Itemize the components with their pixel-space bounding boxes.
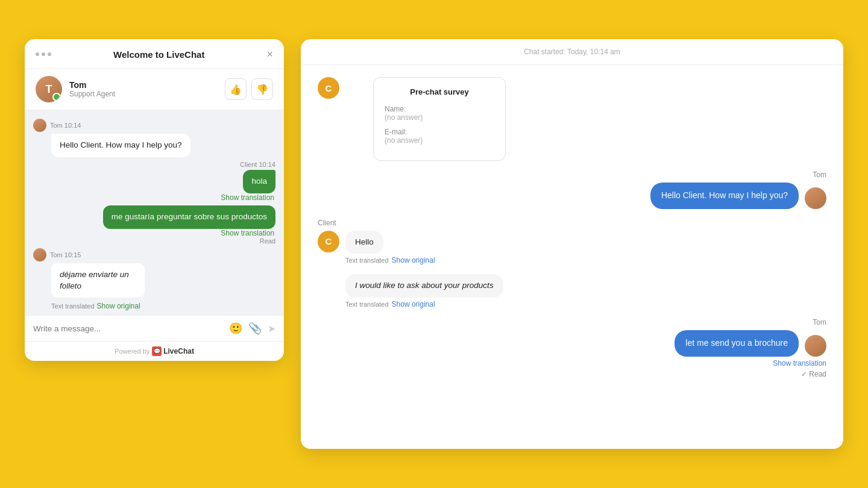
show-translation-link-2[interactable]: Show translation [221,229,275,237]
livechat-icon: 💬 [152,346,162,356]
pre-chat-title: Pre-chat survey [385,87,494,96]
thumbs-up-icon: 👍 [230,84,242,95]
panel-msg-row-right: Hello Client. How may I help you? [650,183,826,209]
attachment-icon[interactable]: 📎 [248,322,262,335]
client-avatar-letter: C [326,83,332,93]
widget-title: Welcome to LiveChat [113,49,204,60]
message-bubble-client: hola [243,170,275,193]
text-translated-label: Text translated [51,302,95,310]
show-original-panel-1[interactable]: Show original [392,256,435,264]
pre-chat-email-label: E-mail: [385,128,494,136]
pre-chat-email-field: E-mail: (no answer) [385,128,494,145]
panel-bubble-client-products: I would like to ask about your products [345,274,503,298]
avatar: T [36,76,62,102]
rating-buttons: 👍 👎 [225,78,273,100]
message-bubble-translated: déjame enviarte un folleto [51,263,145,298]
agent-name: Tom [69,80,218,90]
client-avatar-2: C [318,231,339,252]
sender-label: Client 10:14 [240,161,275,168]
sender-time: Tom 10:14 [33,119,275,132]
panel-bubble-client-hello: Hello [345,231,383,254]
dot-2 [42,52,45,56]
sender-time-2: Tom 10:15 [33,248,275,261]
panel-msg-client-1: Client C Hello Text translated Show orig… [318,219,826,265]
dot-1 [36,52,39,56]
sender-time-client: Client 10:14 [33,161,275,168]
pre-chat-card: Pre-chat survey Name: (no answer) E-mail… [373,77,506,161]
agent-avatar-panel-2 [805,335,826,357]
text-translated-label-2: Text translated [345,301,389,308]
avatar-face: T [36,76,62,102]
panel-header: Chat started: Today, 10:14 am [301,39,843,65]
panel-sender-tom: Tom [813,170,826,179]
thumbs-down-button[interactable]: 👎 [251,78,273,100]
agent-role: Support Agent [69,90,218,98]
message-bubble: Hello Client. How may I help you? [51,134,190,157]
agent-avatar-panel [805,187,826,209]
agent-avatar-small [33,119,46,132]
panel-messages: C Pre-chat survey Name: (no answer) E-ma… [301,65,843,449]
show-translation-panel[interactable]: Show translation [773,359,826,368]
client-hello-text: Hello [355,237,374,246]
panel-text-translated-2: Text translated Show original [345,300,435,308]
input-icons: 🙂 📎 ➤ [229,322,275,335]
message-row-large: me gustaría preguntar sobre sus producto… [33,205,275,245]
panel-sender-tom-2: Tom [813,318,826,327]
client-avatar: C [318,77,339,99]
close-icon[interactable]: × [266,49,273,60]
panel-bubble-tom: Hello Client. How may I help you? [650,183,799,209]
agent-info: Tom Support Agent [69,80,218,98]
pre-chat-name-value: (no answer) [385,113,494,122]
brand-name: LiveChat [163,347,194,355]
panel-bubble-tom-brochure: let me send you a brochure [675,330,799,357]
chat-panel: Chat started: Today, 10:14 am C Pre-chat… [301,39,843,449]
message-row: Client 10:14 hola Show translation [33,161,275,202]
panel-msg-tom-2: Tom let me send you a brochure Show tran… [318,318,826,378]
emoji-icon[interactable]: 🙂 [229,322,242,335]
message-row: Tom 10:14 Hello Client. How may I help y… [33,119,275,157]
panel-msg-row-right-2: let me send you a brochure [675,330,826,357]
show-translation-link[interactable]: Show translation [221,193,275,202]
panel-msg-row-left-1: C Hello [318,231,383,254]
main-container: Welcome to LiveChat × T Tom Support Agen… [13,27,855,461]
thumbs-up-button[interactable]: 👍 [225,78,247,100]
message-text: me gustaría preguntar sobre sus producto… [112,212,267,221]
panel-text-translated-1: Text translated Show original [345,256,435,264]
send-icon[interactable]: ➤ [268,323,275,334]
sender-label: Tom 10:14 [50,122,81,129]
message-row-translated: Tom 10:15 déjame enviarte un folleto Tex… [33,248,275,311]
livechat-logo: 💬 LiveChat [152,346,194,356]
pre-chat-name-label: Name: [385,105,494,113]
message-text-translated: déjame enviarte un folleto [60,270,129,290]
chat-widget: Welcome to LiveChat × T Tom Support Agen… [25,39,284,361]
panel-msg-row-left-2: I would like to ask about your products [318,274,503,298]
agent-msg-wrapper-2: déjame enviarte un folleto Text translat… [33,263,275,311]
agent-bar: T Tom Support Agent 👍 👎 [25,69,284,110]
show-original-link[interactable]: Show original [97,302,140,310]
show-original-panel-2[interactable]: Show original [392,300,435,308]
client-avatar-letter-2: C [326,236,332,246]
panel-msg-client-2: I would like to ask about your products … [318,274,826,308]
widget-header: Welcome to LiveChat × [25,39,284,69]
widget-footer: Powered by 💬 LiveChat [25,341,284,361]
agent-avatar-small-2 [33,248,46,261]
client-products-text: I would like to ask about your products [355,281,494,290]
sender-label-2: Tom 10:15 [50,251,81,258]
pre-chat-email-value: (no answer) [385,136,494,145]
panel-sender-client: Client [318,219,336,227]
header-dots [36,52,51,56]
dot-3 [48,52,51,56]
chat-messages: Tom 10:14 Hello Client. How may I help y… [25,110,284,315]
chat-started-text: Chat started: Today, 10:14 am [524,48,620,56]
chat-input-bar: 🙂 📎 ➤ [25,315,284,341]
client-msg-wrapper: hola Show translation [33,170,275,202]
message-input[interactable] [33,324,223,333]
panel-msg-tom-1: Tom Hello Client. How may I help you? [318,170,826,209]
panel-read-label: ✓ Read [801,370,826,378]
powered-by-text: Powered by [115,348,149,355]
text-translated-label-1: Text translated [345,257,389,264]
message-text: Hello Client. How may I help you? [60,140,182,149]
agent-msg-wrapper: Hello Client. How may I help you? [33,134,275,157]
pre-chat-name-field: Name: (no answer) [385,105,494,122]
message-bubble-large: me gustaría preguntar sobre sus producto… [103,205,275,229]
